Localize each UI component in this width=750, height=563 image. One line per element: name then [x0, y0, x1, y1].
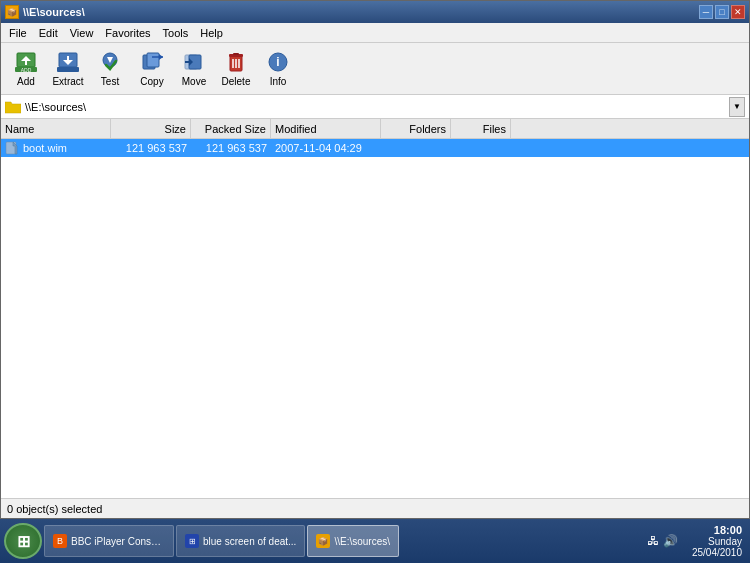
taskbar-bsod-label: blue screen of deat... [203, 536, 296, 547]
wim-file-icon-svg [5, 141, 19, 155]
window-title: \\E\sources\ [23, 6, 85, 18]
delete-label: Delete [222, 76, 251, 87]
copy-icon-svg [141, 51, 163, 73]
test-icon-svg [99, 51, 121, 73]
address-dropdown[interactable]: ▼ [729, 97, 745, 117]
status-bar: 0 object(s) selected [1, 498, 749, 518]
maximize-button[interactable]: □ [715, 5, 729, 19]
file-files-cell [451, 139, 511, 157]
move-button[interactable]: Move [175, 47, 213, 91]
delete-icon-svg [225, 51, 247, 73]
taskbar-sources-label: \\E:\sources\ [334, 536, 390, 547]
svg-marker-13 [159, 54, 163, 60]
title-bar-left: 📦 \\E\sources\ [5, 5, 85, 19]
col-files-header[interactable]: Files [451, 119, 511, 138]
add-button[interactable]: ADD Add [7, 47, 45, 91]
svg-rect-11 [147, 53, 159, 67]
file-icon [5, 140, 21, 156]
info-label: Info [270, 76, 287, 87]
title-buttons: ─ □ ✕ [699, 5, 745, 19]
column-headers: Name Size Packed Size Modified Folders F… [1, 119, 749, 139]
minimize-button[interactable]: ─ [699, 5, 713, 19]
close-button[interactable]: ✕ [731, 5, 745, 19]
svg-rect-8 [57, 67, 79, 72]
menu-bar: File Edit View Favorites Tools Help [1, 23, 749, 43]
col-name-header[interactable]: Name [1, 119, 111, 138]
col-packed-header[interactable]: Packed Size [191, 119, 271, 138]
file-modified-cell: 2007-11-04 04:29 [271, 139, 381, 157]
col-size-header[interactable]: Size [111, 119, 191, 138]
taskbar-items: B BBC iPlayer Consol... ⊞ blue screen of… [44, 525, 639, 557]
add-icon-svg: ADD [15, 51, 37, 73]
file-name-cell: boot.wim [1, 139, 111, 157]
delete-icon [224, 50, 248, 74]
menu-tools[interactable]: Tools [157, 25, 195, 41]
taskbar: ⊞ B BBC iPlayer Consol... ⊞ blue screen … [0, 519, 750, 563]
file-packed-cell: 121 963 537 [191, 139, 271, 157]
bsod-icon: ⊞ [185, 534, 199, 548]
copy-icon [140, 50, 164, 74]
taskbar-bbc-label: BBC iPlayer Consol... [71, 536, 165, 547]
file-list[interactable]: boot.wim 121 963 537 121 963 537 2007-11… [1, 139, 749, 498]
taskbar-right: 🖧 🔊 18:00 Sunday 25/04/2010 [641, 524, 746, 558]
test-button[interactable]: Test [91, 47, 129, 91]
bbc-icon: B [53, 534, 67, 548]
delete-button[interactable]: Delete [217, 47, 255, 91]
table-row[interactable]: boot.wim 121 963 537 121 963 537 2007-11… [1, 139, 749, 157]
extract-label: Extract [52, 76, 83, 87]
info-icon-svg: i [267, 51, 289, 73]
app-icon: 📦 [5, 5, 19, 19]
clock-date: 25/04/2010 [692, 547, 742, 558]
clock: 18:00 Sunday 25/04/2010 [688, 524, 746, 558]
sources-icon: 📦 [316, 534, 330, 548]
address-bar: ▼ [1, 95, 749, 119]
svg-rect-19 [233, 53, 239, 55]
menu-help[interactable]: Help [194, 25, 229, 41]
taskbar-item-bsod[interactable]: ⊞ blue screen of deat... [176, 525, 305, 557]
move-label: Move [182, 76, 206, 87]
network-icon: 🖧 [647, 534, 659, 548]
test-icon [98, 50, 122, 74]
svg-text:ADD: ADD [21, 67, 32, 73]
menu-edit[interactable]: Edit [33, 25, 64, 41]
file-folders-cell [381, 139, 451, 157]
sys-tray: 🖧 🔊 [641, 534, 684, 548]
menu-view[interactable]: View [64, 25, 100, 41]
extract-icon [56, 50, 80, 74]
move-icon [182, 50, 206, 74]
taskbar-item-bbc[interactable]: B BBC iPlayer Consol... [44, 525, 174, 557]
start-button[interactable]: ⊞ [4, 523, 42, 559]
add-icon: ADD [14, 50, 38, 74]
add-label: Add [17, 76, 35, 87]
folder-svg [5, 100, 21, 114]
clock-time: 18:00 [692, 524, 742, 536]
copy-label: Copy [140, 76, 163, 87]
copy-button[interactable]: Copy [133, 47, 171, 91]
col-modified-header[interactable]: Modified [271, 119, 381, 138]
test-label: Test [101, 76, 119, 87]
file-size-cell: 121 963 537 [111, 139, 191, 157]
volume-icon: 🔊 [663, 534, 678, 548]
move-icon-svg [183, 51, 205, 73]
menu-favorites[interactable]: Favorites [99, 25, 156, 41]
toolbar: ADD Add Extract [1, 43, 749, 95]
clock-day: Sunday [692, 536, 742, 547]
extract-icon-svg [57, 51, 79, 73]
info-icon: i [266, 50, 290, 74]
main-window: 📦 \\E\sources\ ─ □ ✕ File Edit View Favo… [0, 0, 750, 519]
taskbar-item-sources[interactable]: 📦 \\E:\sources\ [307, 525, 399, 557]
status-text: 0 object(s) selected [7, 503, 102, 515]
file-name: boot.wim [23, 142, 67, 154]
windows-logo-icon: ⊞ [17, 532, 30, 551]
extract-button[interactable]: Extract [49, 47, 87, 91]
menu-file[interactable]: File [3, 25, 33, 41]
svg-text:i: i [276, 55, 279, 69]
title-bar: 📦 \\E\sources\ ─ □ ✕ [1, 1, 749, 23]
address-input[interactable] [25, 97, 725, 117]
col-folders-header[interactable]: Folders [381, 119, 451, 138]
info-button[interactable]: i Info [259, 47, 297, 91]
address-folder-icon [5, 99, 21, 115]
